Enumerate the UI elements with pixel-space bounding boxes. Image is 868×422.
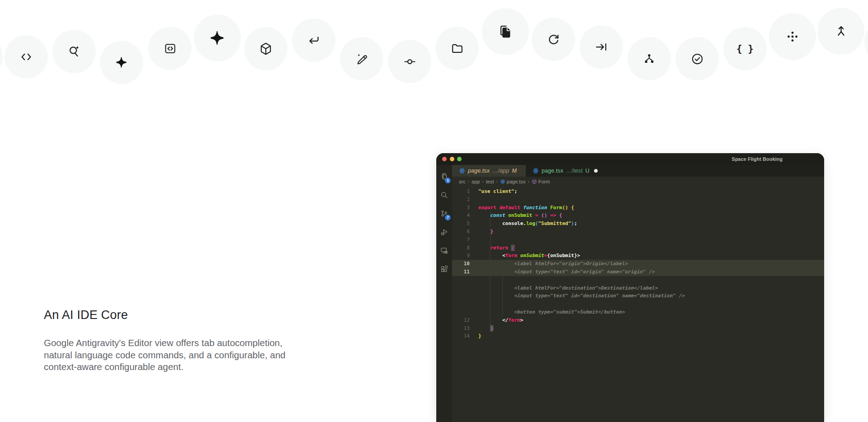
indent-guide bbox=[490, 211, 491, 332]
code-line[interactable] bbox=[452, 276, 824, 284]
code-editor[interactable]: 1"use client";23export default function … bbox=[452, 186, 824, 422]
tab-page-tsx-test[interactable]: page.tsx …/test U bbox=[526, 165, 607, 177]
editor-window: Space Flight Booking 1 7 bbox=[436, 153, 824, 422]
edge-circle-right bbox=[864, 19, 868, 64]
check-circle-icon[interactable] bbox=[675, 37, 719, 80]
activity-run-debug[interactable] bbox=[436, 224, 452, 239]
window-title: Space Flight Booking bbox=[732, 153, 783, 165]
page: { } An AI IDE Core Google Antigravity's … bbox=[0, 0, 868, 422]
activity-source-control[interactable]: 7 bbox=[436, 206, 452, 221]
refresh-icon[interactable] bbox=[532, 18, 575, 61]
react-icon bbox=[533, 168, 539, 174]
react-icon bbox=[500, 179, 505, 184]
activity-remote-preview[interactable] bbox=[436, 243, 452, 258]
breadcrumb-file[interactable]: page.tsx bbox=[500, 179, 526, 184]
git-untracked-badge: U bbox=[585, 168, 590, 174]
tab-filename: page.tsx bbox=[468, 168, 490, 174]
line-number: 8 bbox=[452, 244, 470, 252]
line-number: 10 bbox=[452, 260, 470, 268]
chevron-icon: › bbox=[481, 179, 484, 184]
hierarchy-icon[interactable] bbox=[627, 37, 671, 80]
minimize-button[interactable] bbox=[450, 157, 454, 161]
line-number: 1 bbox=[452, 188, 470, 196]
drag-dots-icon[interactable] bbox=[769, 13, 816, 60]
tab-bar: page.tsx …/app M page.tsx …/test U bbox=[452, 165, 824, 177]
chevron-icon: › bbox=[495, 179, 498, 184]
cube-icon[interactable] bbox=[244, 27, 288, 70]
activity-bar: 1 7 bbox=[436, 165, 452, 422]
folder-icon[interactable] bbox=[435, 27, 479, 70]
code-line[interactable]: 5 console.log("Submitted"); bbox=[452, 220, 824, 228]
edge-circle-left bbox=[0, 35, 3, 79]
code-line[interactable]: 12 </form> bbox=[452, 316, 824, 324]
magic-pen-icon[interactable] bbox=[340, 37, 383, 80]
merge-icon[interactable] bbox=[817, 8, 864, 55]
activity-files[interactable]: 1 bbox=[436, 169, 452, 184]
git-modified-badge: M bbox=[512, 168, 517, 174]
braces-icon[interactable]: { } bbox=[723, 27, 767, 70]
close-button[interactable] bbox=[442, 157, 447, 161]
code-line[interactable]: 8 return ( bbox=[452, 244, 824, 252]
code-line[interactable]: 13 ) bbox=[452, 324, 824, 333]
line-number: 13 bbox=[452, 324, 470, 333]
code-line[interactable]: 7 bbox=[452, 236, 824, 244]
code-line[interactable]: 9 <form onSubmit={onSubmit}> bbox=[452, 252, 824, 260]
code-box-icon[interactable] bbox=[148, 27, 192, 70]
tab-filepath: …/app bbox=[492, 168, 509, 174]
code-line[interactable]: 4 const onSubmit = () => { bbox=[452, 211, 824, 220]
sparkle-small-icon[interactable] bbox=[100, 41, 143, 84]
tab-filepath: …/test bbox=[566, 168, 583, 174]
line-number: 3 bbox=[452, 204, 470, 212]
breadcrumb-symbol[interactable]: Form bbox=[532, 179, 550, 184]
line-number: 7 bbox=[452, 236, 470, 244]
chevron-icon: › bbox=[527, 179, 529, 184]
line-number: 2 bbox=[452, 196, 470, 204]
section-description: Google Antigravity's Editor view offers … bbox=[44, 337, 286, 373]
window-titlebar: Space Flight Booking bbox=[436, 153, 824, 165]
breadcrumb: src › app › test › page.tsx › Form bbox=[452, 177, 824, 186]
source-control-badge: 7 bbox=[445, 215, 451, 220]
line-number: 5 bbox=[452, 220, 470, 228]
line-number: 4 bbox=[452, 211, 470, 220]
react-icon bbox=[459, 168, 465, 174]
activity-search[interactable] bbox=[436, 187, 452, 202]
code-line[interactable]: <input type="text" id="destination" name… bbox=[452, 292, 824, 300]
commit-icon[interactable] bbox=[388, 40, 431, 83]
code-line[interactable]: 10 <label htmlFor="origin">Origin</label… bbox=[452, 260, 824, 268]
unsaved-dot[interactable] bbox=[594, 169, 598, 173]
line-number: 11 bbox=[452, 268, 470, 276]
zoom-button[interactable] bbox=[457, 157, 462, 161]
symbol-icon bbox=[532, 179, 537, 184]
breadcrumb-app[interactable]: app bbox=[472, 179, 480, 184]
line-number: 9 bbox=[452, 252, 470, 260]
code-icon[interactable] bbox=[5, 35, 48, 79]
line-number: 14 bbox=[452, 332, 470, 340]
code-line[interactable]: 1"use client"; bbox=[452, 188, 824, 196]
code-line[interactable]: 11 <input type="text" id="origin" name="… bbox=[452, 268, 824, 276]
code-line[interactable]: <button type="submit">Submit</button> bbox=[452, 308, 824, 316]
breadcrumb-test[interactable]: test bbox=[486, 179, 494, 184]
code-line[interactable]: 6 } bbox=[452, 228, 824, 236]
tab-page-tsx-app[interactable]: page.tsx …/app M bbox=[452, 165, 526, 177]
code-line[interactable]: <label htmlFor="destination">Destination… bbox=[452, 284, 824, 292]
sparkle-large-icon[interactable] bbox=[194, 14, 241, 61]
code-line[interactable]: 3export default function Form() { bbox=[452, 204, 824, 212]
code-lines: 1"use client";23export default function … bbox=[452, 186, 824, 340]
line-number: 12 bbox=[452, 316, 470, 324]
copy-icon[interactable] bbox=[482, 8, 529, 55]
activity-extensions[interactable] bbox=[436, 261, 452, 277]
return-arrow-icon[interactable] bbox=[292, 19, 335, 62]
code-line[interactable]: 2 bbox=[452, 196, 824, 204]
tab-filename: page.tsx bbox=[542, 168, 563, 174]
line-number: 6 bbox=[452, 228, 470, 236]
files-badge: 1 bbox=[445, 178, 451, 183]
indent-guide bbox=[502, 260, 503, 316]
chevron-icon: › bbox=[467, 179, 470, 184]
braces-glyph: { } bbox=[736, 43, 754, 54]
code-line[interactable] bbox=[452, 300, 824, 308]
search-sparkle-icon[interactable] bbox=[52, 30, 96, 73]
breadcrumb-src[interactable]: src bbox=[459, 179, 466, 184]
code-line[interactable]: 14} bbox=[452, 332, 824, 340]
section-title: An AI IDE Core bbox=[44, 308, 128, 322]
tab-right-icon[interactable] bbox=[580, 25, 623, 69]
